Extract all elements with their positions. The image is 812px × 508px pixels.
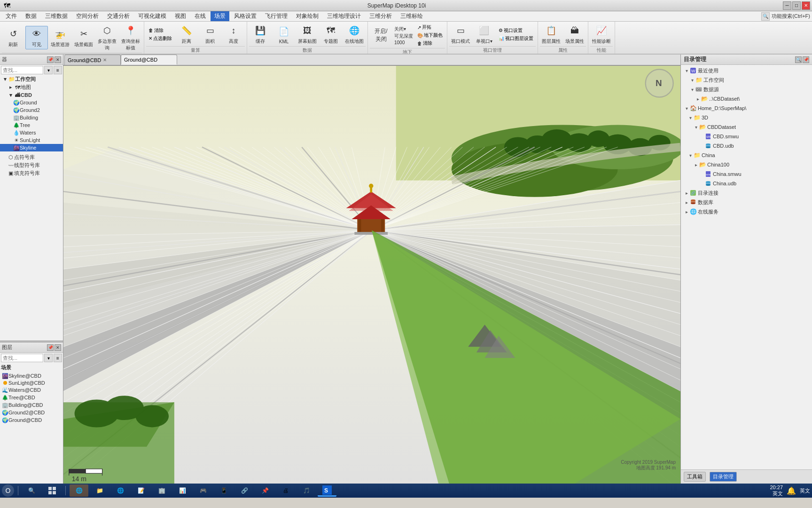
ground-color-button[interactable]: 🎨 地下颜色 [416,32,444,39]
recent-expand[interactable]: ▾ [684,68,689,73]
connect-expand[interactable]: ▸ [684,190,689,196]
toolbox-tab[interactable]: 工具箱 [684,472,706,482]
minimize-button[interactable]: ─ [783,1,791,10]
menu-traffic[interactable]: 交通分析 [103,11,133,21]
taskbar-app-2[interactable]: 📁 [90,484,109,497]
taskbar-app-8[interactable]: 📱 [214,484,233,497]
viewport-layer-button[interactable]: 📊 视口图层设置 [497,35,535,42]
dir-online[interactable]: ▸ 🌐 在线服务 [682,207,811,216]
taskbar-app-7[interactable]: 🎮 [194,484,212,497]
distance-button[interactable]: 📏 距离 [175,23,198,46]
taskbar-app-9[interactable]: 🔗 [235,484,254,497]
menu-scene[interactable]: 场景 [211,11,229,21]
layer-attr-button[interactable]: 📋 图层属性 [540,23,562,46]
taskbar-app-11[interactable]: 🖨 [276,484,295,497]
layer-search-expand[interactable]: ▾ [44,354,53,362]
point-delete-button[interactable]: ✕ 点选删除 [147,35,173,42]
cbddataset-expand[interactable]: ▾ [693,124,699,130]
viewport-3d[interactable]: 14 m N Copyright 2019 SuperMap 地图高度 191.… [63,66,680,484]
taskbar-app-1[interactable]: 🌐 [70,484,88,497]
ds-path-expand[interactable]: ▸ [695,96,701,102]
panel-pin-button[interactable]: 📌 [47,56,54,63]
layer-search-more[interactable]: ≡ [54,354,62,362]
dir-china[interactable]: ▾ 📁 China [682,151,811,160]
dir-recent[interactable]: ▾ W 最近使用 [682,66,811,75]
window-controls[interactable]: ─ □ ✕ [783,1,810,10]
dir-china-udb[interactable]: ▸ China.udb [682,179,811,188]
menu-spatial[interactable]: 空间分析 [72,11,102,21]
screen-tile-button[interactable]: 🖼 屏幕贴图 [296,23,319,46]
sym3-item[interactable]: ▣ 填充符号库 [0,169,63,177]
layer-list-close[interactable]: ✕ [55,344,61,351]
panel-close-button[interactable]: ✕ [55,56,61,63]
ground-item[interactable]: 🌍 Ground [0,99,63,106]
start-button[interactable]: O [2,484,14,497]
ground2-item[interactable]: 🌍 Ground2 [0,106,63,114]
workspace-item[interactable]: ▾ 📁 工作空间 [0,75,63,83]
menu-data[interactable]: 数据 [22,11,40,21]
skyline-scene[interactable]: 14 m N Copyright 2019 SuperMap 地图高度 191.… [63,66,680,484]
layer-skyline-cbd[interactable]: 🌆 Skyline@CBD [0,372,63,380]
directory-tab[interactable]: 目录管理 [710,472,737,482]
dir-3d[interactable]: ▾ 📁 3D [682,113,811,122]
expand-button[interactable]: ↗ 开拓 [416,24,444,31]
map-expand-icon[interactable]: ▸ [8,84,14,91]
search-expand-btn[interactable]: ▾ [44,66,53,74]
menu-draw[interactable]: 对象绘制 [292,11,322,21]
workspace-expand-icon[interactable]: ▾ [2,76,8,83]
taskbar-app-6[interactable]: 📊 [173,484,192,497]
menu-geo-design[interactable]: 三维地理设计 [323,11,365,21]
viewport-settings-button[interactable]: ⚙ 视口设置 [497,27,535,34]
workspace-expand-r[interactable]: ▾ [689,77,695,83]
menu-online[interactable]: 在线 [191,11,210,21]
dir-database[interactable]: ▸ 数据库 [682,198,811,207]
layer-list-search-input[interactable] [1,354,43,362]
menu-3d-analysis[interactable]: 三维分析 [366,11,396,21]
cbd-expand-icon[interactable]: ▾ [8,92,14,98]
dir-datasource[interactable]: ▾ DS 数据源 [682,85,811,94]
menu-flight[interactable]: 飞行管理 [261,11,291,21]
datasource-expand[interactable]: ▾ [689,87,695,92]
dir-ds-path[interactable]: ▸ 📂 ..\CBDataset\ [682,94,811,103]
taskbar-search[interactable]: 🔍 [22,484,41,497]
close-button[interactable]: ✕ [802,1,810,10]
scene-tour-button[interactable]: 🚁 场景巡游 [49,26,71,49]
tab-ground-cbd-2[interactable]: Ground@CBD [121,55,177,65]
layer-sunlight-cbd[interactable]: SunLight@CBD [0,380,63,386]
china-expand[interactable]: ▾ [687,152,693,158]
dir-cbddataset[interactable]: ▾ 📂 CBDDataset [682,122,811,132]
menu-3d-mark[interactable]: 三维标绘 [397,11,427,21]
layer-waters-cbd[interactable]: 🌊 Waters@CBD [0,386,63,394]
layer-list-pin[interactable]: 📌 [47,344,54,351]
function-search[interactable]: 功能搜索(Ctrl+F) [772,13,810,20]
taskbar-language[interactable]: 英文 [800,487,810,494]
menu-style[interactable]: 风格设置 [230,11,260,21]
dir-workspace[interactable]: ▾ 📁 工作空间 [682,75,811,85]
menu-visual[interactable]: 可视化建模 [134,11,170,21]
right-panel-search[interactable]: 🔍 [795,56,802,63]
online-map-button[interactable]: 🌐 在线地图 [343,23,366,46]
clear-ground-button[interactable]: 🗑 清除 [416,40,444,47]
scene-cut-button[interactable]: ✂ 场景截面 [72,26,95,49]
building-item[interactable]: 🏢 Building [0,114,63,121]
taskbar-notification[interactable]: 🔔 [787,486,796,495]
open-close-button[interactable]: 开启/关闭 [370,25,392,46]
thematic-button[interactable]: 🗺 专题图 [320,23,342,46]
visible-button[interactable]: 👁 可见 [25,26,48,49]
taskbar-app-3[interactable]: 🌐 [111,484,130,497]
performance-button[interactable]: 📈 性能诊断 [590,23,613,46]
area-button[interactable]: ▭ 面积 [199,23,221,46]
sunlight-item[interactable]: ☀ SunLight [0,136,63,144]
taskbar-supermap[interactable]: S [318,484,336,497]
search-more-btn[interactable]: ≡ [54,66,62,74]
dir-china-smwu[interactable]: ▸ smwu China.smwu [682,169,811,179]
maximize-button[interactable]: □ [792,1,801,10]
coord-mark-button[interactable]: 📍 查询坐标标值 [119,23,142,53]
menu-3ddata[interactable]: 三维数据 [41,11,71,21]
polygon-query-button[interactable]: ⬡ 多边形查询 [96,23,118,53]
dir-cbd-smwu[interactable]: ▸ smwu CBD.smwu [682,132,811,141]
layer-ground-cbd[interactable]: 🌍 Ground@CBD [0,416,63,424]
scene-attr-button[interactable]: 🏔 场景属性 [563,23,586,46]
refresh-button[interactable]: ↺ 刷新 [2,26,24,49]
taskbar-app-12[interactable]: 🎵 [297,484,316,497]
